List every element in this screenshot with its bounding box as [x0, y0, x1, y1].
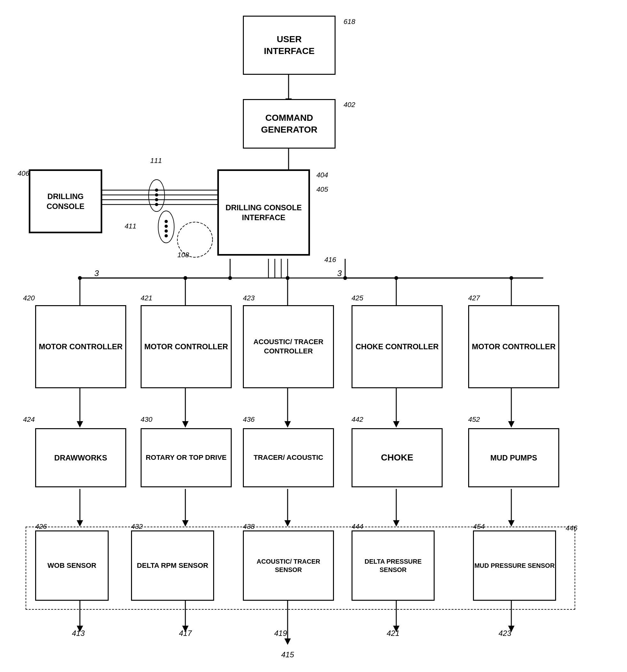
ref-423: 423 [243, 294, 255, 302]
svg-marker-43 [393, 421, 400, 428]
ref-3b: 3 [337, 268, 342, 278]
svg-point-21 [228, 276, 232, 280]
svg-point-29 [184, 276, 187, 280]
svg-marker-61 [284, 639, 291, 645]
choke-box: CHOKE [352, 428, 442, 487]
ref-452: 452 [468, 415, 480, 424]
svg-point-17 [165, 234, 168, 237]
svg-point-33 [394, 276, 398, 280]
ref-421: 421 [141, 294, 152, 302]
command-generator-box: COMMAND GENERATOR [243, 99, 336, 149]
ref-444: 444 [352, 523, 363, 531]
motor-controller-3-box: MOTOR CONTROLLER [468, 305, 559, 388]
svg-point-27 [78, 276, 82, 280]
svg-marker-53 [393, 520, 400, 527]
acoustic-tracer-sensor-box: ACOUSTIC/ TRACER SENSOR [243, 530, 334, 601]
ref-405: 405 [316, 185, 328, 194]
wob-sensor-box: WOB SENSOR [35, 530, 108, 601]
svg-marker-47 [77, 520, 83, 527]
ref-411: 411 [125, 222, 137, 231]
ref-406: 406 [18, 169, 29, 178]
ref-111: 111 [150, 157, 162, 165]
svg-point-9 [155, 189, 158, 192]
ref-420: 420 [23, 294, 35, 302]
ref-438: 438 [243, 523, 255, 531]
svg-point-31 [286, 276, 290, 280]
svg-point-11 [155, 198, 158, 201]
svg-point-35 [509, 276, 513, 280]
motor-controller-1-box: MOTOR CONTROLLER [35, 305, 126, 388]
delta-rpm-sensor-box: DELTA RPM SENSOR [131, 530, 214, 601]
svg-marker-37 [77, 421, 83, 428]
ref-416: 416 [324, 256, 336, 264]
diagram: USER INTERFACE 618 COMMAND GENERATOR 402… [0, 0, 627, 672]
ref-424: 424 [23, 415, 35, 424]
svg-point-24 [343, 276, 347, 280]
ref-402: 402 [343, 101, 355, 109]
drilling-console-interface-box: DRILLING CONSOLE INTERFACE [217, 169, 310, 256]
ref-432: 432 [131, 523, 143, 531]
svg-marker-55 [508, 520, 514, 527]
ref-430: 430 [141, 415, 152, 424]
ref-436: 436 [243, 415, 255, 424]
ref-426: 426 [35, 523, 47, 531]
ref-421b: 421 [387, 629, 400, 638]
mud-pressure-sensor-box: MUD PRESSURE SENSOR [473, 530, 556, 601]
ref-404: 404 [316, 171, 328, 179]
svg-point-12 [155, 203, 158, 206]
motor-controller-2-box: MOTOR CONTROLLER [141, 305, 232, 388]
delta-pressure-sensor-box: DELTA PRESSURE SENSOR [352, 530, 435, 601]
svg-point-10 [155, 193, 158, 196]
drilling-console-box: DRILLING CONSOLE [29, 169, 102, 233]
ref-618: 618 [343, 18, 355, 26]
svg-point-15 [165, 225, 168, 228]
ref-3a: 3 [94, 268, 99, 278]
choke-controller-box: CHOKE CONTROLLER [352, 305, 442, 388]
svg-marker-51 [284, 520, 291, 527]
svg-point-8 [149, 179, 165, 212]
ref-427: 427 [468, 294, 480, 302]
ref-425: 425 [352, 294, 363, 302]
svg-marker-39 [182, 421, 189, 428]
ref-442: 442 [352, 415, 363, 424]
acoustic-tracer-controller-box: ACOUSTIC/ TRACER CONTROLLER [243, 305, 334, 388]
ref-413: 413 [72, 629, 85, 638]
ref-419: 419 [274, 629, 287, 638]
ref-417: 417 [179, 629, 192, 638]
tracer-acoustic-box: TRACER/ ACOUSTIC [243, 428, 334, 487]
ref-454: 454 [473, 523, 485, 531]
svg-point-14 [165, 220, 168, 223]
svg-point-16 [165, 230, 168, 233]
ref-423b: 423 [499, 629, 511, 638]
ref-108: 108 [177, 251, 189, 259]
svg-marker-49 [182, 520, 189, 527]
svg-marker-41 [284, 421, 291, 428]
drawworks-box: DRAWWORKS [35, 428, 126, 487]
svg-point-13 [158, 211, 174, 243]
mud-pumps-box: MUD PUMPS [468, 428, 559, 487]
user-interface-box: USER INTERFACE [243, 16, 336, 75]
ref-415: 415 [281, 650, 294, 659]
rotary-top-drive-box: ROTARY OR TOP DRIVE [141, 428, 232, 487]
svg-marker-45 [508, 421, 514, 428]
